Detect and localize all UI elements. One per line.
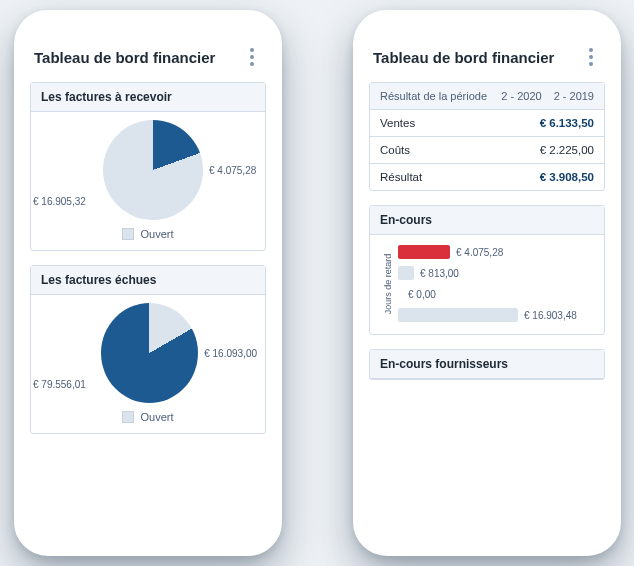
bar-value: € 16.903,48: [524, 310, 577, 321]
card-header: Les factures à recevoir: [31, 83, 265, 112]
bar-segment: [398, 308, 518, 322]
period-col-1: 2 - 2020: [501, 90, 541, 102]
card-header: Les factures échues: [31, 266, 265, 295]
row-label: Résultat: [380, 171, 422, 183]
row-value: € 2.225,00: [540, 144, 594, 156]
bar-row: € 4.075,28: [398, 245, 596, 259]
page-title: Tableau de bord financier: [373, 49, 554, 66]
row-label: Coûts: [380, 144, 410, 156]
bar-value: € 813,00: [420, 268, 459, 279]
row-label: Ventes: [380, 117, 415, 129]
pie-major-value: € 16.905,32: [33, 196, 86, 207]
row-value: € 3.908,50: [540, 171, 594, 183]
more-options-button[interactable]: [585, 44, 597, 70]
table-row-result: Résultat € 3.908,50: [370, 164, 604, 190]
bar-value: € 0,00: [408, 289, 436, 300]
period-col-2: 2 - 2019: [554, 90, 594, 102]
phone-left: Tableau de bord financier Les factures à…: [14, 10, 282, 556]
table-header-label: Résultat de la période: [380, 90, 487, 102]
pie-chart-overdue: [101, 303, 198, 403]
pie-minor-value: € 4.075,28: [209, 165, 256, 176]
bar-chart-encours: € 4.075,28 € 813,00 € 0,00: [398, 243, 596, 324]
bar-segment: [398, 287, 402, 301]
phone-right: Tableau de bord financier Résultat de la…: [353, 10, 621, 556]
bar-row: € 0,00: [398, 287, 596, 301]
page-title: Tableau de bord financier: [34, 49, 215, 66]
card-period-result: Résultat de la période 2 - 2020 2 - 2019…: [369, 82, 605, 191]
card-header: En-cours: [370, 206, 604, 235]
bar-segment: [398, 266, 414, 280]
table-row-sales: Ventes € 6.133,50: [370, 110, 604, 137]
legend-label: Ouvert: [140, 411, 173, 423]
device-notch: [427, 10, 547, 32]
pie-major-value: € 79.556,01: [33, 379, 86, 390]
bar-yaxis-label: Jours de retard: [378, 243, 398, 324]
table-row-costs: Coûts € 2.225,00: [370, 137, 604, 164]
bar-value: € 4.075,28: [456, 247, 503, 258]
device-notch: [88, 10, 208, 32]
card-header: En-cours fournisseurs: [370, 350, 604, 379]
pie-legend: Ouvert: [39, 220, 257, 240]
bar-row: € 16.903,48: [398, 308, 596, 322]
card-receivables: Les factures à recevoir € 16.905,32 € 4.…: [30, 82, 266, 251]
legend-label: Ouvert: [140, 228, 173, 240]
bar-segment: [398, 245, 450, 259]
more-options-button[interactable]: [246, 44, 258, 70]
table-header-row: Résultat de la période 2 - 2020 2 - 2019: [370, 83, 604, 110]
bar-row: € 813,00: [398, 266, 596, 280]
card-suppliers: En-cours fournisseurs: [369, 349, 605, 380]
pie-chart-receivables: [103, 120, 203, 220]
row-value: € 6.133,50: [540, 117, 594, 129]
legend-swatch-icon: [122, 228, 134, 240]
card-overdue: Les factures échues € 79.556,01 € 16.093…: [30, 265, 266, 434]
pie-legend: Ouvert: [39, 403, 257, 423]
pie-minor-value: € 16.093,00: [204, 348, 257, 359]
card-encours: En-cours Jours de retard € 4.075,28 € 81…: [369, 205, 605, 335]
legend-swatch-icon: [122, 411, 134, 423]
